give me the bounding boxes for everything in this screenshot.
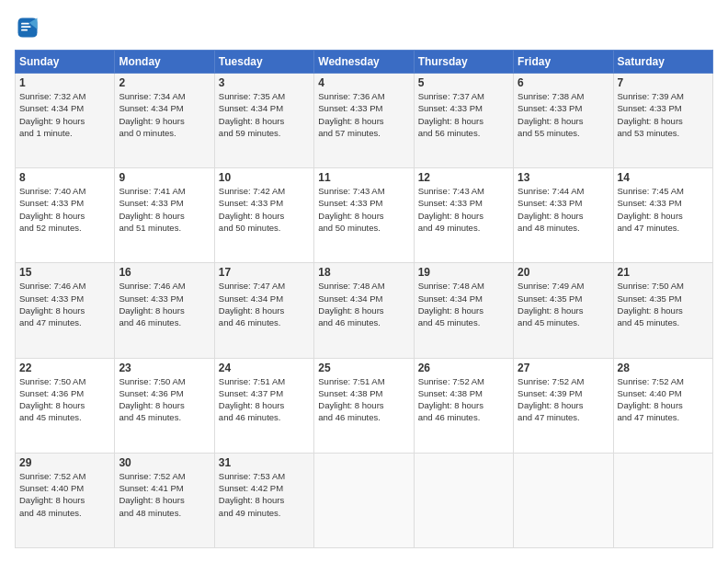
col-saturday: Saturday — [613, 51, 712, 74]
day-info: Sunrise: 7:41 AMSunset: 4:33 PMDaylight:… — [119, 185, 210, 234]
table-row: 14 Sunrise: 7:45 AMSunset: 4:33 PMDaylig… — [613, 168, 712, 263]
calendar-week-row: 29 Sunrise: 7:52 AMSunset: 4:40 PMDaylig… — [16, 453, 713, 547]
day-number: 23 — [119, 362, 210, 374]
day-number: 10 — [219, 171, 310, 184]
day-info: Sunrise: 7:46 AMSunset: 4:33 PMDaylight:… — [19, 280, 110, 328]
day-info: Sunrise: 7:52 AMSunset: 4:40 PMDaylight:… — [618, 375, 709, 424]
col-wednesday: Wednesday — [314, 51, 414, 74]
day-info: Sunrise: 7:39 AMSunset: 4:33 PMDaylight:… — [618, 90, 709, 139]
day-number: 5 — [418, 76, 509, 89]
table-row — [314, 453, 414, 547]
table-row: 4 Sunrise: 7:36 AMSunset: 4:33 PMDayligh… — [314, 74, 414, 168]
table-row: 30 Sunrise: 7:52 AMSunset: 4:41 PMDaylig… — [115, 453, 214, 547]
table-row: 6 Sunrise: 7:38 AMSunset: 4:33 PMDayligh… — [514, 74, 613, 168]
day-number: 19 — [418, 266, 509, 279]
calendar-header-row: Sunday Monday Tuesday Wednesday Thursday… — [16, 51, 713, 74]
day-number: 22 — [19, 362, 110, 374]
day-info: Sunrise: 7:53 AMSunset: 4:42 PMDaylight:… — [219, 470, 310, 519]
calendar-week-row: 1 Sunrise: 7:32 AMSunset: 4:34 PMDayligh… — [16, 74, 713, 168]
calendar-week-row: 15 Sunrise: 7:46 AMSunset: 4:33 PMDaylig… — [16, 263, 713, 358]
day-number: 15 — [19, 266, 110, 279]
table-row: 3 Sunrise: 7:35 AMSunset: 4:34 PMDayligh… — [214, 74, 313, 168]
day-number: 26 — [418, 362, 509, 374]
table-row: 28 Sunrise: 7:52 AMSunset: 4:40 PMDaylig… — [613, 358, 712, 453]
day-number: 18 — [318, 266, 409, 279]
day-number: 30 — [119, 456, 210, 469]
table-row: 11 Sunrise: 7:43 AMSunset: 4:33 PMDaylig… — [314, 168, 414, 263]
day-info: Sunrise: 7:47 AMSunset: 4:34 PMDaylight:… — [219, 280, 310, 328]
table-row: 8 Sunrise: 7:40 AMSunset: 4:33 PMDayligh… — [16, 168, 115, 263]
day-number: 9 — [119, 171, 210, 184]
day-number: 6 — [518, 76, 609, 89]
day-info: Sunrise: 7:46 AMSunset: 4:33 PMDaylight:… — [119, 280, 210, 328]
table-row: 5 Sunrise: 7:37 AMSunset: 4:33 PMDayligh… — [414, 74, 513, 168]
day-info: Sunrise: 7:42 AMSunset: 4:33 PMDaylight:… — [219, 185, 310, 234]
day-number: 31 — [219, 456, 310, 469]
table-row: 17 Sunrise: 7:47 AMSunset: 4:34 PMDaylig… — [214, 263, 313, 358]
table-row: 10 Sunrise: 7:42 AMSunset: 4:33 PMDaylig… — [214, 168, 313, 263]
table-row: 7 Sunrise: 7:39 AMSunset: 4:33 PMDayligh… — [613, 74, 712, 168]
table-row — [613, 453, 712, 547]
logo — [15, 15, 44, 40]
day-number: 2 — [119, 76, 210, 89]
table-row: 26 Sunrise: 7:52 AMSunset: 4:38 PMDaylig… — [414, 358, 513, 453]
day-number: 8 — [19, 171, 110, 184]
calendar-week-row: 22 Sunrise: 7:50 AMSunset: 4:36 PMDaylig… — [16, 358, 713, 453]
day-number: 12 — [418, 171, 509, 184]
table-row — [514, 453, 613, 547]
day-number: 17 — [219, 266, 310, 279]
table-row: 18 Sunrise: 7:48 AMSunset: 4:34 PMDaylig… — [314, 263, 414, 358]
day-info: Sunrise: 7:38 AMSunset: 4:33 PMDaylight:… — [518, 90, 609, 139]
day-info: Sunrise: 7:43 AMSunset: 4:33 PMDaylight:… — [418, 185, 509, 234]
day-info: Sunrise: 7:48 AMSunset: 4:34 PMDaylight:… — [418, 280, 509, 328]
day-info: Sunrise: 7:52 AMSunset: 4:41 PMDaylight:… — [119, 470, 210, 519]
day-number: 7 — [618, 76, 709, 89]
day-number: 24 — [219, 362, 310, 374]
col-thursday: Thursday — [414, 51, 513, 74]
day-info: Sunrise: 7:35 AMSunset: 4:34 PMDaylight:… — [219, 90, 310, 139]
day-number: 25 — [318, 362, 409, 374]
day-info: Sunrise: 7:48 AMSunset: 4:34 PMDaylight:… — [318, 280, 409, 328]
table-row: 12 Sunrise: 7:43 AMSunset: 4:33 PMDaylig… — [414, 168, 513, 263]
day-info: Sunrise: 7:40 AMSunset: 4:33 PMDaylight:… — [19, 185, 110, 234]
day-number: 3 — [219, 76, 310, 89]
table-row: 27 Sunrise: 7:52 AMSunset: 4:39 PMDaylig… — [514, 358, 613, 453]
svg-rect-0 — [21, 26, 31, 28]
table-row: 22 Sunrise: 7:50 AMSunset: 4:36 PMDaylig… — [16, 358, 115, 453]
calendar-table: Sunday Monday Tuesday Wednesday Thursday… — [15, 50, 713, 548]
table-row: 23 Sunrise: 7:50 AMSunset: 4:36 PMDaylig… — [115, 358, 214, 453]
page: Sunday Monday Tuesday Wednesday Thursday… — [0, 0, 728, 563]
day-info: Sunrise: 7:52 AMSunset: 4:40 PMDaylight:… — [19, 470, 110, 519]
day-info: Sunrise: 7:50 AMSunset: 4:36 PMDaylight:… — [19, 375, 110, 424]
day-info: Sunrise: 7:51 AMSunset: 4:37 PMDaylight:… — [219, 375, 310, 424]
table-row: 29 Sunrise: 7:52 AMSunset: 4:40 PMDaylig… — [16, 453, 115, 547]
table-row: 15 Sunrise: 7:46 AMSunset: 4:33 PMDaylig… — [16, 263, 115, 358]
table-row: 25 Sunrise: 7:51 AMSunset: 4:38 PMDaylig… — [314, 358, 414, 453]
day-number: 16 — [119, 266, 210, 279]
day-info: Sunrise: 7:49 AMSunset: 4:35 PMDaylight:… — [518, 280, 609, 328]
table-row: 2 Sunrise: 7:34 AMSunset: 4:34 PMDayligh… — [115, 74, 214, 168]
day-info: Sunrise: 7:36 AMSunset: 4:33 PMDaylight:… — [318, 90, 409, 139]
svg-rect-2 — [21, 23, 29, 25]
day-number: 14 — [618, 171, 709, 184]
day-info: Sunrise: 7:51 AMSunset: 4:38 PMDaylight:… — [318, 375, 409, 424]
day-number: 29 — [19, 456, 110, 469]
header — [15, 15, 713, 40]
table-row: 19 Sunrise: 7:48 AMSunset: 4:34 PMDaylig… — [414, 263, 513, 358]
col-sunday: Sunday — [16, 51, 115, 74]
day-number: 4 — [318, 76, 409, 89]
day-info: Sunrise: 7:37 AMSunset: 4:33 PMDaylight:… — [418, 90, 509, 139]
day-number: 27 — [518, 362, 609, 374]
day-info: Sunrise: 7:32 AMSunset: 4:34 PMDaylight:… — [19, 90, 110, 139]
day-info: Sunrise: 7:44 AMSunset: 4:33 PMDaylight:… — [518, 185, 609, 234]
svg-rect-1 — [21, 29, 28, 31]
calendar-week-row: 8 Sunrise: 7:40 AMSunset: 4:33 PMDayligh… — [16, 168, 713, 263]
table-row: 31 Sunrise: 7:53 AMSunset: 4:42 PMDaylig… — [214, 453, 313, 547]
col-tuesday: Tuesday — [214, 51, 313, 74]
day-info: Sunrise: 7:50 AMSunset: 4:36 PMDaylight:… — [119, 375, 210, 424]
table-row: 24 Sunrise: 7:51 AMSunset: 4:37 PMDaylig… — [214, 358, 313, 453]
day-info: Sunrise: 7:43 AMSunset: 4:33 PMDaylight:… — [318, 185, 409, 234]
day-number: 20 — [518, 266, 609, 279]
day-number: 13 — [518, 171, 609, 184]
day-number: 28 — [618, 362, 709, 374]
